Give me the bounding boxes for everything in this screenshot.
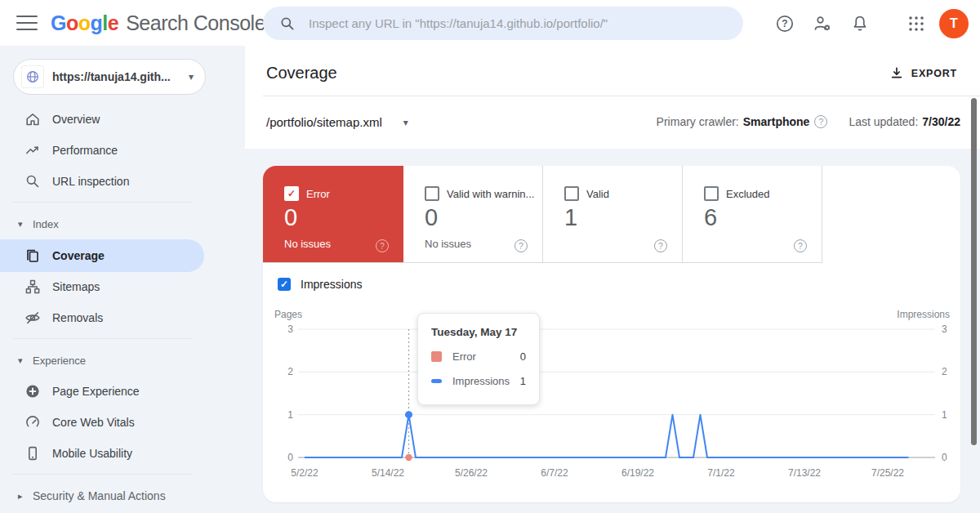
notifications-bell-icon[interactable] bbox=[850, 14, 870, 33]
help-icon[interactable]: ? bbox=[654, 239, 667, 252]
search-input[interactable] bbox=[307, 16, 730, 31]
primary-crawler-value: Smartphone bbox=[743, 115, 810, 128]
sidebar-item-overview[interactable]: Overview bbox=[0, 104, 212, 135]
svg-text:2: 2 bbox=[942, 366, 947, 377]
svg-text:3: 3 bbox=[287, 323, 293, 335]
phone-icon bbox=[24, 445, 41, 462]
menu-icon[interactable] bbox=[16, 16, 38, 30]
sidebar-item-label: Sitemaps bbox=[52, 280, 100, 293]
error-swatch-icon bbox=[431, 351, 442, 362]
sidebar-item-mobile-usability[interactable]: Mobile Usability bbox=[0, 438, 212, 469]
search-icon bbox=[24, 173, 41, 190]
help-icon[interactable]: ? bbox=[794, 239, 807, 252]
card-value: 6 bbox=[704, 204, 717, 231]
user-settings-icon[interactable] bbox=[813, 14, 832, 33]
checkbox-unchecked[interactable] bbox=[564, 186, 579, 201]
card-value: 0 bbox=[284, 204, 297, 231]
divider bbox=[263, 96, 980, 96]
sidebar-item-label: URL inspection bbox=[52, 175, 129, 188]
sidebar-item-coverage[interactable]: Coverage bbox=[0, 239, 204, 272]
apps-grid-icon[interactable] bbox=[906, 14, 926, 33]
sidebar-item-label: Mobile Usability bbox=[52, 447, 132, 460]
sidebar-item-sitemaps[interactable]: Sitemaps bbox=[0, 271, 212, 302]
crawler-info: Primary crawler: Smartphone ? Last updat… bbox=[657, 115, 960, 128]
error-card[interactable]: ✓ Error 0 No issues ? bbox=[263, 166, 403, 262]
checkbox-unchecked[interactable] bbox=[425, 186, 439, 201]
card-value: 1 bbox=[564, 204, 577, 231]
sidebar-item-performance[interactable]: Performance bbox=[0, 135, 212, 166]
card-label: Error bbox=[306, 188, 330, 200]
last-updated-value: 7/30/22 bbox=[922, 115, 960, 128]
sidebar-item-url-inspection[interactable]: URL inspection bbox=[0, 166, 212, 197]
tooltip-series-label: Impressions bbox=[452, 375, 520, 387]
svg-text:5/26/22: 5/26/22 bbox=[455, 467, 488, 479]
sidebar: https://tanuja14.gith... ▾ Overview Perf… bbox=[0, 46, 245, 513]
property-url: https://tanuja14.gith... bbox=[52, 70, 189, 83]
help-icon[interactable]: ? bbox=[775, 14, 795, 33]
impressions-toggle[interactable]: ✓ Impressions bbox=[278, 278, 362, 291]
valid-with-warnings-card[interactable]: Valid with warnin... 0 No issues ? bbox=[403, 166, 543, 262]
logo-letter: g bbox=[91, 11, 103, 35]
sidebar-section-index[interactable]: ▾ Index bbox=[0, 213, 212, 234]
app-logo[interactable]: Google Search Console bbox=[51, 0, 265, 46]
svg-text:Impressions: Impressions bbox=[897, 309, 950, 320]
main-header: Coverage EXPORT /portfolio/sitemap.xml ▾… bbox=[245, 46, 980, 149]
excluded-card[interactable]: Excluded 6 ? bbox=[683, 166, 822, 262]
coverage-chart[interactable]: 33221100PagesImpressions5/2/225/14/225/2… bbox=[263, 304, 960, 500]
sidebar-item-label: Page Experience bbox=[52, 385, 140, 398]
checkbox-checked[interactable]: ✓ bbox=[278, 278, 291, 291]
logo-letter: o bbox=[66, 11, 78, 35]
checkbox-unchecked[interactable] bbox=[704, 186, 719, 201]
sidebar-item-label: Removals bbox=[52, 311, 103, 324]
primary-crawler-label: Primary crawler: bbox=[657, 115, 739, 128]
svg-text:0: 0 bbox=[942, 452, 947, 463]
sidebar-item-label: Coverage bbox=[52, 249, 105, 262]
sitemap-filter-value: /portfolio/sitemap.xml bbox=[266, 115, 382, 129]
sidebar-section-experience[interactable]: ▾ Experience bbox=[0, 350, 212, 371]
sidebar-item-removals[interactable]: Removals bbox=[0, 302, 212, 333]
gauge-icon bbox=[24, 414, 41, 430]
card-subtext: No issues bbox=[425, 238, 471, 250]
valid-card[interactable]: Valid 1 ? bbox=[543, 166, 683, 262]
globe-icon bbox=[25, 69, 40, 84]
tooltip-row-error: Error 0 bbox=[431, 350, 526, 363]
sidebar-item-label: Overview bbox=[52, 113, 100, 126]
section-label: Index bbox=[33, 218, 59, 230]
sitemap-filter-dropdown[interactable]: /portfolio/sitemap.xml ▾ bbox=[266, 115, 408, 129]
sidebar-item-core-web-vitals[interactable]: Core Web Vitals bbox=[0, 407, 212, 438]
property-selector[interactable]: https://tanuja14.gith... ▾ bbox=[13, 59, 206, 95]
site-favicon bbox=[21, 65, 44, 88]
pages-icon bbox=[24, 248, 41, 264]
chevron-right-icon: ▸ bbox=[18, 491, 28, 502]
section-label: Security & Manual Actions bbox=[33, 489, 166, 502]
tooltip-row-impressions: Impressions 1 bbox=[431, 375, 526, 387]
chevron-down-icon: ▾ bbox=[189, 71, 194, 83]
help-icon[interactable]: ? bbox=[514, 239, 528, 252]
download-icon bbox=[889, 65, 905, 82]
trending-up-icon bbox=[24, 142, 41, 158]
url-inspect-search-bar[interactable] bbox=[263, 7, 743, 40]
help-icon[interactable]: ? bbox=[376, 239, 389, 252]
page-title: Coverage bbox=[266, 64, 337, 83]
help-icon[interactable]: ? bbox=[814, 115, 827, 128]
checkbox-checked[interactable]: ✓ bbox=[284, 186, 299, 201]
logo-letter: o bbox=[78, 11, 91, 35]
avatar[interactable]: T bbox=[939, 9, 969, 38]
vertical-scrollbar[interactable] bbox=[971, 98, 977, 445]
svg-text:3: 3 bbox=[942, 323, 947, 335]
impressions-label: Impressions bbox=[301, 278, 362, 291]
logo-letter: G bbox=[51, 11, 66, 35]
svg-text:6/19/22: 6/19/22 bbox=[621, 467, 654, 479]
sidebar-item-label: Performance bbox=[52, 144, 118, 157]
logo-letter: e bbox=[108, 11, 118, 35]
svg-text:7/13/22: 7/13/22 bbox=[788, 467, 821, 479]
card-subtext: No issues bbox=[284, 238, 331, 250]
card-label: Valid with warnin... bbox=[447, 188, 534, 200]
sidebar-item-page-experience[interactable]: Page Experience bbox=[0, 376, 212, 407]
sidebar-section-security-manual-actions[interactable]: ▸ Security & Manual Actions bbox=[0, 480, 212, 511]
chart-tooltip: Tuesday, May 17 Error 0 Impressions 1 bbox=[417, 313, 540, 405]
svg-text:6/7/22: 6/7/22 bbox=[541, 467, 568, 479]
export-button[interactable]: EXPORT bbox=[889, 65, 957, 82]
svg-text:7/1/22: 7/1/22 bbox=[707, 467, 735, 479]
divider bbox=[13, 202, 193, 203]
